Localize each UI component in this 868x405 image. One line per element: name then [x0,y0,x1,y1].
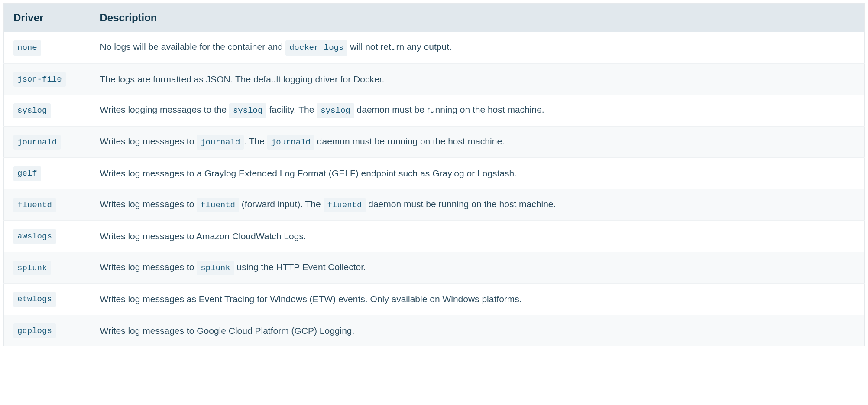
driver-cell: fluentd [4,189,91,221]
driver-cell: etwlogs [4,284,91,315]
inline-code: docker logs [285,40,347,56]
logging-drivers-table: Driver Description noneNo logs will be a… [3,3,865,346]
table-header-row: Driver Description [4,4,865,32]
driver-cell: gelf [4,158,91,189]
description-text: The logs are formatted as JSON. The defa… [100,74,385,84]
inline-code: journald [267,135,314,150]
inline-code: journald [197,135,244,150]
inline-code: fluentd [197,198,239,213]
driver-code[interactable]: gcplogs [13,323,56,339]
description-text: Writes log messages to [100,136,197,146]
driver-cell: gcplogs [4,315,91,346]
description-cell: Writes log messages as Event Tracing for… [91,284,865,315]
description-text: Writes log messages to Amazon CloudWatch… [100,231,306,241]
description-cell: Writes log messages to splunk using the … [91,252,865,284]
table-row: gcplogsWrites log messages to Google Clo… [4,315,865,346]
description-text: Writes log messages as Event Tracing for… [100,294,522,304]
description-cell: Writes log messages to fluentd (forward … [91,189,865,221]
description-text: using the HTTP Event Collector. [234,262,366,272]
driver-code[interactable]: etwlogs [13,292,56,307]
description-text: (forward input). The [239,199,324,209]
driver-cell: syslog [4,95,91,127]
driver-code[interactable]: splunk [13,261,51,276]
table-row: journaldWrites log messages to journald.… [4,126,865,158]
table-row: awslogsWrites log messages to Amazon Clo… [4,221,865,252]
driver-code[interactable]: none [13,40,41,56]
inline-code: syslog [317,103,354,118]
driver-cell: none [4,32,91,64]
description-text: Writes logging messages to the [100,105,229,114]
description-cell: The logs are formatted as JSON. The defa… [91,63,865,95]
driver-cell: awslogs [4,221,91,252]
description-text: daemon must be running on the host machi… [354,105,544,114]
header-driver: Driver [4,4,91,32]
driver-cell: journald [4,126,91,158]
driver-code[interactable]: awslogs [13,229,56,244]
driver-code[interactable]: syslog [13,103,51,118]
description-cell: No logs will be available for the contai… [91,32,865,64]
driver-cell: json-file [4,63,91,95]
description-text: Writes log messages to Google Cloud Plat… [100,326,355,336]
driver-cell: splunk [4,252,91,284]
table-row: etwlogsWrites log messages as Event Trac… [4,284,865,315]
table-body: noneNo logs will be available for the co… [4,32,865,346]
description-text: facility. The [266,105,317,114]
description-text: Writes log messages to [100,199,197,209]
table-row: syslogWrites logging messages to the sys… [4,95,865,127]
driver-code[interactable]: json-file [13,72,66,87]
table-row: gelfWrites log messages to a Graylog Ext… [4,158,865,189]
description-cell: Writes log messages to a Graylog Extende… [91,158,865,189]
description-cell: Writes logging messages to the syslog fa… [91,95,865,127]
description-text: No logs will be available for the contai… [100,42,285,52]
description-cell: Writes log messages to Amazon CloudWatch… [91,221,865,252]
inline-code: splunk [197,261,234,276]
description-text: Writes log messages to [100,262,197,272]
description-text: . The [244,136,267,146]
header-description: Description [91,4,865,32]
description-text: will not return any output. [347,42,451,52]
description-text: daemon must be running on the host machi… [366,199,556,209]
description-text: Writes log messages to a Graylog Extende… [100,168,517,178]
description-text: daemon must be running on the host machi… [314,136,505,146]
table-row: json-fileThe logs are formatted as JSON.… [4,63,865,95]
description-cell: Writes log messages to Google Cloud Plat… [91,315,865,346]
inline-code: syslog [229,103,266,118]
driver-code[interactable]: gelf [13,166,41,181]
table-row: fluentdWrites log messages to fluentd (f… [4,189,865,221]
table-row: noneNo logs will be available for the co… [4,32,865,64]
driver-code[interactable]: fluentd [13,198,56,213]
table-row: splunkWrites log messages to splunk usin… [4,252,865,284]
description-cell: Writes log messages to journald. The jou… [91,126,865,158]
inline-code: fluentd [324,198,366,213]
driver-code[interactable]: journald [13,135,61,150]
